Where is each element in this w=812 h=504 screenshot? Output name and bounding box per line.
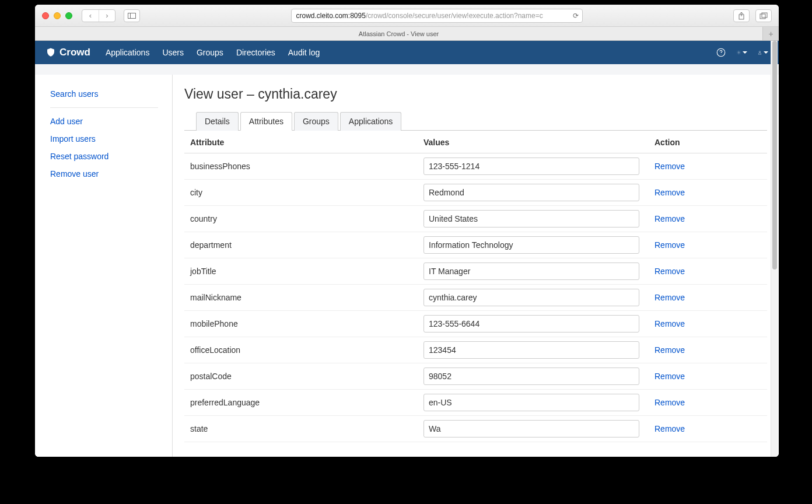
page-title: View user – cynthia.carey (184, 86, 779, 102)
tab-applications[interactable]: Applications (340, 112, 402, 131)
chevron-down-icon (743, 51, 747, 54)
nav-users[interactable]: Users (162, 48, 184, 57)
remove-attribute-link[interactable]: Remove (654, 424, 685, 433)
svg-point-8 (759, 51, 760, 52)
body-row: Search users Add user Import users Reset… (35, 75, 779, 457)
url-path: /crowd/console/secure/user/view!execute.… (366, 12, 543, 20)
sidebar-import-users[interactable]: Import users (50, 130, 172, 148)
remove-attribute-link[interactable]: Remove (654, 319, 685, 328)
attribute-value-input[interactable] (424, 262, 639, 280)
table-row: mailNicknameRemove (184, 285, 767, 311)
brand-text: Crowd (60, 47, 90, 58)
new-tab-button[interactable]: + (762, 27, 779, 40)
attribute-value-input[interactable] (424, 210, 639, 228)
svg-rect-0 (128, 13, 136, 18)
attribute-name: preferredLanguage (184, 390, 418, 416)
attribute-name: mobilePhone (184, 311, 418, 337)
attribute-value-input[interactable] (424, 158, 639, 175)
sub-bar (35, 64, 779, 75)
remove-attribute-link[interactable]: Remove (654, 267, 685, 276)
browser-tab-title: Atlassian Crowd - View user (359, 30, 439, 37)
chevron-down-icon (764, 51, 768, 54)
browser-tab-bar: Atlassian Crowd - View user + (35, 27, 779, 41)
svg-point-6 (721, 54, 722, 55)
browser-toolbar: ‹ › crowd.cleito.com:8095/crowd/console/… (35, 5, 779, 27)
table-row: countryRemove (184, 206, 767, 232)
tab-details[interactable]: Details (196, 112, 239, 131)
th-values: Values (418, 131, 649, 153)
reload-icon[interactable]: ⟳ (573, 12, 579, 20)
attribute-name: jobTitle (184, 258, 418, 285)
sidebar-toggle-button[interactable] (124, 9, 140, 22)
attribute-value-input[interactable] (424, 315, 639, 332)
attribute-name: country (184, 206, 418, 232)
browser-window: ‹ › crowd.cleito.com:8095/crowd/console/… (35, 5, 779, 457)
attribute-value-input[interactable] (424, 236, 639, 254)
attribute-value-input[interactable] (424, 184, 639, 201)
brand-logo[interactable]: Crowd (46, 47, 90, 58)
remove-attribute-link[interactable]: Remove (654, 293, 685, 302)
left-sidebar: Search users Add user Import users Reset… (35, 75, 173, 457)
remove-attribute-link[interactable]: Remove (654, 345, 685, 355)
attribute-value-input[interactable] (424, 289, 639, 306)
attribute-value-input[interactable] (424, 368, 639, 385)
settings-icon[interactable] (737, 47, 747, 58)
attribute-value-input[interactable] (424, 394, 639, 411)
table-row: preferredLanguageRemove (184, 390, 767, 416)
forward-button[interactable]: › (99, 10, 115, 22)
remove-attribute-link[interactable]: Remove (654, 372, 685, 381)
fullscreen-window-button[interactable] (65, 12, 72, 19)
nav-applications[interactable]: Applications (106, 48, 150, 57)
share-button[interactable] (733, 9, 750, 22)
remove-attribute-link[interactable]: Remove (654, 162, 685, 171)
scrollbar-thumb[interactable] (772, 41, 777, 270)
nav-directories[interactable]: Directories (236, 48, 275, 57)
close-window-button[interactable] (42, 12, 49, 19)
scrollbar-track[interactable] (771, 41, 778, 457)
url-host: crowd.cleito.com:8095 (296, 12, 366, 20)
remove-attribute-link[interactable]: Remove (654, 214, 685, 223)
address-bar[interactable]: crowd.cleito.com:8095/crowd/console/secu… (291, 9, 583, 23)
content-tabs: Details Attributes Groups Applications (184, 111, 767, 131)
tab-attributes[interactable]: Attributes (240, 112, 292, 131)
window-controls (42, 12, 72, 19)
svg-rect-4 (762, 13, 767, 18)
tabs-overview-button[interactable] (755, 9, 772, 22)
th-action: Action (649, 131, 767, 153)
attribute-value-input[interactable] (424, 341, 639, 359)
attribute-name: city (184, 180, 418, 206)
th-attribute: Attribute (184, 131, 418, 153)
sidebar-search-users[interactable]: Search users (50, 85, 158, 103)
attributes-table: Attribute Values Action businessPhonesRe… (184, 131, 767, 442)
main-area: View user – cynthia.carey Details Attrib… (173, 75, 779, 457)
svg-rect-3 (760, 14, 765, 19)
help-icon[interactable] (716, 47, 726, 58)
table-row: jobTitleRemove (184, 258, 767, 285)
user-menu-icon[interactable] (758, 47, 768, 58)
table-row: officeLocationRemove (184, 337, 767, 363)
table-row: departmentRemove (184, 232, 767, 258)
browser-tab[interactable]: Atlassian Crowd - View user (35, 27, 762, 40)
nav-groups[interactable]: Groups (197, 48, 223, 57)
tab-groups[interactable]: Groups (294, 112, 338, 131)
remove-attribute-link[interactable]: Remove (654, 188, 685, 197)
attribute-name: mailNickname (184, 285, 418, 311)
remove-attribute-link[interactable]: Remove (654, 240, 685, 250)
attribute-name: department (184, 232, 418, 258)
table-row: stateRemove (184, 416, 767, 442)
table-row: postalCodeRemove (184, 363, 767, 390)
back-button[interactable]: ‹ (82, 10, 99, 22)
sidebar-remove-user[interactable]: Remove user (50, 165, 172, 183)
svg-point-7 (738, 52, 740, 53)
crowd-shield-icon (46, 47, 56, 58)
minimize-window-button[interactable] (54, 12, 61, 19)
sidebar-reset-password[interactable]: Reset password (50, 148, 172, 165)
sidebar-add-user[interactable]: Add user (50, 113, 172, 130)
remove-attribute-link[interactable]: Remove (654, 398, 685, 407)
attribute-name: state (184, 416, 418, 442)
table-row: businessPhonesRemove (184, 153, 767, 180)
nav-audit-log[interactable]: Audit log (288, 48, 320, 57)
attribute-name: officeLocation (184, 337, 418, 363)
attribute-name: postalCode (184, 363, 418, 390)
attribute-value-input[interactable] (424, 420, 639, 438)
